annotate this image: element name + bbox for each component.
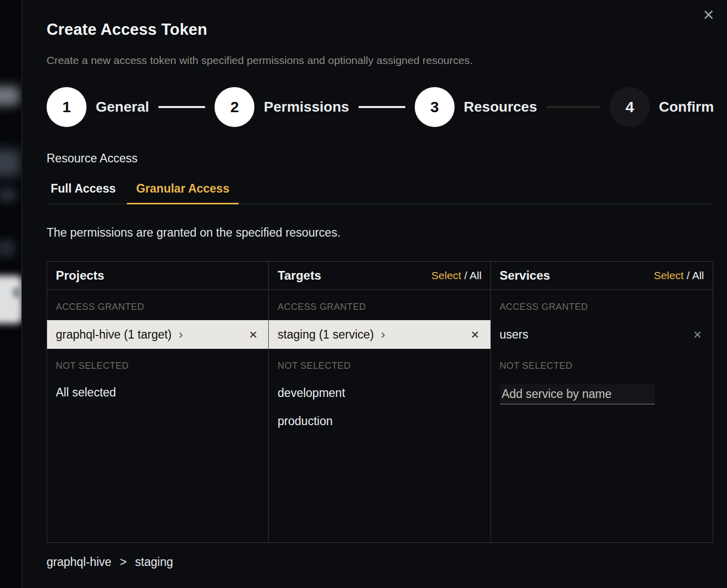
step-3-label: Resources — [464, 99, 537, 115]
step-1-label: General — [96, 99, 149, 115]
step-4-circle: 4 — [610, 87, 650, 127]
targets-select-all: Select / All — [432, 269, 482, 282]
breadcrumb: graphql-hive > staging — [47, 555, 713, 569]
targets-column-header: Targets Select / All — [269, 262, 490, 290]
target-granted-row[interactable]: staging (1 service) › ✕ — [269, 320, 490, 349]
chevron-right-icon: › — [381, 328, 385, 341]
targets-access-granted-label: ACCESS GRANTED — [269, 290, 490, 320]
projects-all-selected-text: All selected — [47, 379, 268, 406]
step-connector — [358, 106, 405, 108]
resource-access-heading: Resource Access — [47, 152, 713, 165]
background-page — [0, 0, 22, 588]
remove-project-icon[interactable]: ✕ — [247, 327, 260, 342]
services-column: Services Select / All ACCESS GRANTED use… — [491, 262, 713, 542]
blurred-background-item — [0, 240, 15, 257]
step-4-label: Confirm — [659, 99, 714, 115]
remove-service-icon[interactable]: ✕ — [691, 327, 704, 342]
breadcrumb-separator: > — [120, 555, 126, 569]
projects-column: Projects ACCESS GRANTED graphql-hive (1 … — [47, 262, 269, 542]
projects-not-selected-label: NOT SELECTED — [47, 349, 268, 379]
wizard-stepper: 1 General 2 Permissions 3 Resources 4 Co… — [47, 87, 713, 127]
target-granted-text: staging (1 service) — [277, 328, 374, 342]
close-icon[interactable]: ✕ — [699, 6, 718, 25]
targets-all-link[interactable]: / All — [464, 269, 482, 281]
services-select-all: Select / All — [654, 269, 704, 282]
projects-column-header: Projects — [47, 262, 268, 290]
add-service-input[interactable] — [500, 384, 655, 405]
step-confirm[interactable]: 4 Confirm — [610, 87, 714, 127]
target-option-production[interactable]: production — [269, 407, 490, 435]
breadcrumb-project: graphql-hive — [47, 555, 112, 569]
project-granted-row[interactable]: graphql-hive (1 target) › ✕ — [47, 320, 268, 349]
granular-access-info: The permissions are granted on the speci… — [47, 226, 713, 240]
step-connector — [546, 106, 601, 108]
chevron-right-icon: › — [179, 328, 183, 341]
blurred-background-item — [12, 287, 22, 298]
tab-granular-access[interactable]: Granular Access — [127, 179, 239, 204]
remove-target-icon[interactable]: ✕ — [468, 327, 482, 342]
targets-column-title: Targets — [277, 268, 321, 283]
service-granted-text: users — [500, 328, 528, 342]
access-tabs: Full Access Granular Access — [47, 179, 713, 204]
blurred-background-item — [0, 86, 19, 106]
services-all-link[interactable]: / All — [687, 269, 704, 281]
targets-select-link[interactable]: Select — [432, 269, 461, 281]
target-option-development[interactable]: development — [269, 379, 490, 407]
step-2-label: Permissions — [264, 99, 349, 115]
step-1-circle: 1 — [47, 87, 87, 127]
projects-column-title: Projects — [56, 268, 104, 283]
step-general[interactable]: 1 General — [47, 87, 149, 127]
services-column-title: Services — [500, 268, 550, 283]
step-permissions[interactable]: 2 Permissions — [215, 87, 349, 127]
blurred-background-item — [0, 150, 20, 176]
step-resources[interactable]: 3 Resources — [415, 87, 537, 127]
service-granted-row[interactable]: users ✕ — [491, 320, 713, 349]
step-2-circle: 2 — [215, 87, 254, 127]
services-select-link[interactable]: Select — [654, 269, 683, 281]
create-access-token-dialog: ✕ Create Access Token Create a new acces… — [22, 0, 727, 588]
dialog-title: Create Access Token — [47, 20, 713, 39]
tab-full-access[interactable]: Full Access — [47, 179, 127, 204]
resource-picker-table: Projects ACCESS GRANTED graphql-hive (1 … — [47, 261, 713, 543]
step-3-circle: 3 — [415, 87, 455, 127]
services-not-selected-label: NOT SELECTED — [491, 349, 713, 379]
dialog-description: Create a new access token with specified… — [47, 54, 713, 67]
projects-access-granted-label: ACCESS GRANTED — [47, 290, 268, 320]
blurred-background-item — [0, 187, 16, 202]
breadcrumb-target: staging — [135, 555, 173, 569]
targets-column: Targets Select / All ACCESS GRANTED stag… — [269, 262, 490, 542]
targets-not-selected-label: NOT SELECTED — [269, 349, 490, 379]
services-access-granted-label: ACCESS GRANTED — [491, 290, 713, 320]
step-connector — [158, 106, 205, 108]
project-granted-text: graphql-hive (1 target) — [56, 328, 172, 342]
blurred-background-button — [0, 276, 22, 324]
services-column-header: Services Select / All — [491, 262, 713, 290]
